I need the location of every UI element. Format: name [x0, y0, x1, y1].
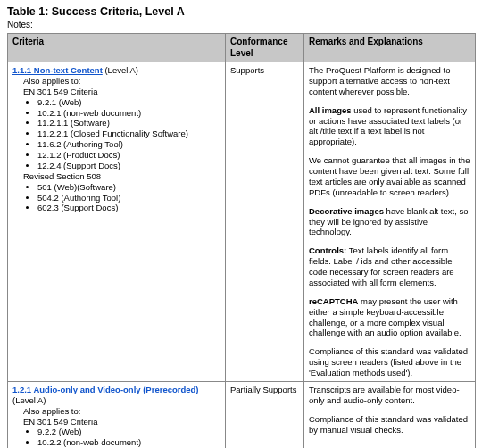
- table-row: 1.1.1 Non-text Content (Level A) Also ap…: [8, 62, 476, 382]
- header-row: Criteria Conformance Level Remarks and E…: [8, 34, 476, 62]
- remarks-cell: The ProQuest Platform is designed to sup…: [304, 62, 476, 382]
- criteria-level: (Level A): [103, 65, 138, 75]
- list-item: 9.2.2 (Web): [37, 427, 220, 437]
- en-list: 9.2.1 (Web) 10.2.1 (non-web document) 11…: [37, 97, 220, 171]
- revised-heading: Revised Section 508: [12, 171, 220, 182]
- criteria-cell: 1.2.1 Audio-only and Video-only (Prereco…: [8, 381, 226, 448]
- notes-label: Notes:: [7, 20, 475, 29]
- list-item: 10.2.2 (non-web document): [37, 437, 220, 448]
- header-criteria: Criteria: [8, 34, 226, 62]
- also-applies-label: Also applies to:: [12, 406, 220, 417]
- remark-text: Transcripts are available for most video…: [309, 385, 470, 406]
- table-row: 1.2.1 Audio-only and Video-only (Prereco…: [8, 381, 476, 448]
- remark-text: The ProQuest Platform is designed to sup…: [309, 65, 470, 97]
- criteria-link[interactable]: 1.1.1 Non-text Content: [12, 65, 103, 75]
- en-heading: EN 301 549 Criteria: [12, 87, 220, 97]
- criteria-cell: 1.1.1 Non-text Content (Level A) Also ap…: [8, 62, 226, 382]
- remark-bold: Controls:: [309, 245, 346, 255]
- list-item: 602.3 (Support Docs): [37, 203, 220, 213]
- list-item: 12.2.4 (Support Docs): [37, 161, 220, 171]
- conformance-cell: Supports: [226, 62, 304, 382]
- en-heading: EN 301 549 Criteria: [12, 417, 220, 427]
- conformance-cell: Partially Supports: [226, 381, 304, 448]
- en-list: 9.2.2 (Web) 10.2.2 (non-web document) 11…: [37, 427, 220, 448]
- remark-bold: reCAPTCHA: [309, 296, 358, 306]
- header-conformance: Conformance Level: [226, 34, 304, 62]
- remark-bold: Decorative images: [309, 206, 384, 216]
- list-item: 11.2.2.1 (Closed Functionality Software): [37, 129, 220, 139]
- list-item: 10.2.1 (non-web document): [37, 108, 220, 119]
- revised-list: 501 (Web)(Software) 504.2 (Authoring Too…: [37, 182, 220, 214]
- criteria-level: (Level A): [12, 395, 46, 405]
- list-item: 11.6.2 (Authoring Tool): [37, 139, 220, 150]
- criteria-table: Criteria Conformance Level Remarks and E…: [7, 33, 476, 448]
- table-title: Table 1: Success Criteria, Level A: [7, 5, 475, 18]
- list-item: 11.2.1.1 (Software): [37, 118, 220, 129]
- remarks-cell: Transcripts are available for most video…: [304, 381, 476, 448]
- list-item: 9.2.1 (Web): [37, 97, 220, 108]
- remark-bold: All images: [309, 105, 352, 115]
- remark-text: We cannot guarantee that all images in t…: [309, 155, 470, 198]
- header-remarks: Remarks and Explanations: [304, 34, 476, 62]
- list-item: 501 (Web)(Software): [37, 182, 220, 193]
- remark-text: Compliance of this standard was validate…: [309, 414, 470, 436]
- list-item: 504.2 (Authoring Tool): [37, 193, 220, 203]
- list-item: 12.1.2 (Product Docs): [37, 150, 220, 161]
- remark-text: Compliance of this standard was validate…: [309, 346, 470, 378]
- also-applies-label: Also applies to:: [12, 76, 220, 87]
- criteria-link[interactable]: 1.2.1 Audio-only and Video-only (Prereco…: [12, 385, 199, 394]
